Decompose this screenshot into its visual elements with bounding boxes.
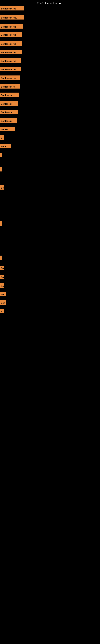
bottleneck-badge: | [0,256,2,260]
bottleneck-badge: Bottleneck re [0,84,20,88]
bottleneck-badge: Bo [0,283,4,288]
bottleneck-badge: Bo [0,275,4,279]
bottleneck-badge: Bott [0,300,6,305]
bottleneck-badge: Bottleneck res [0,6,24,10]
bottleneck-badge: Bottleneck resu [0,15,24,20]
bottleneck-badge: | [0,167,2,172]
bottleneck-badge: Bottl [0,144,11,148]
bottleneck-badge: Bot [0,292,6,296]
bottleneck-badge: Bottleneck r [0,110,18,114]
bottleneck-badge: Bottleneck [0,118,17,123]
bottleneck-badge: Bottleneck res [0,41,22,46]
bottleneck-badge: Bottleneck res [0,24,23,28]
site-title: TheBottlenecker.com [37,2,63,5]
bottleneck-badge: Bo [0,266,4,270]
bottleneck-badge: B [0,309,4,313]
bottleneck-badge: | [0,153,2,157]
bottleneck-badge: Bottleneck res [0,32,22,37]
bottleneck-badge: | [0,222,2,226]
bottleneck-badge: Bottleneck re [0,92,19,97]
bottleneck-badge: Bottleneck res [0,76,20,80]
bottleneck-badge: Bottleneck [0,101,18,106]
bottleneck-badge: Bottlen [0,127,15,131]
bottleneck-badge: Bottleneck res [0,50,22,54]
bottleneck-badge: B [0,135,4,140]
bottleneck-badge: Bo [0,185,4,190]
bottleneck-badge: Bottleneck res [0,67,21,71]
bottleneck-badge: Bottleneck res [0,58,21,63]
